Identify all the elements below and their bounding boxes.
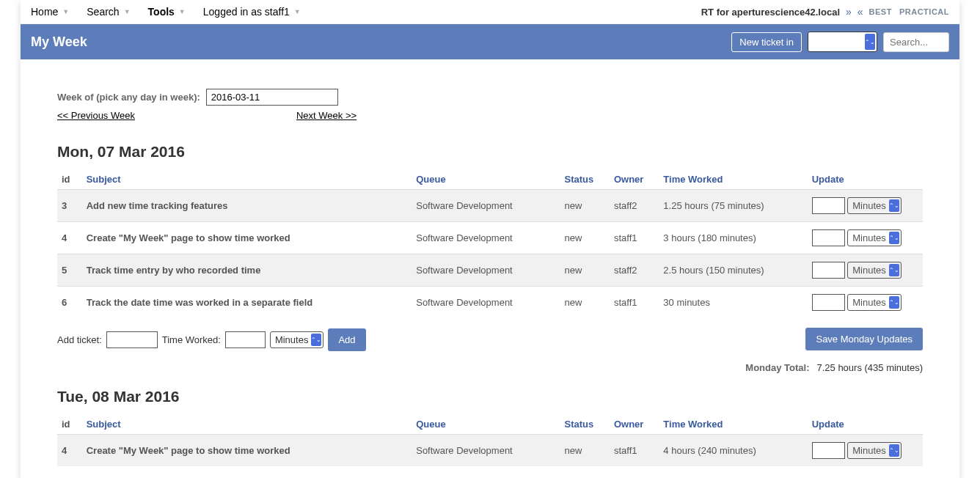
update-unit-select[interactable]: Minutes⌃⌄ bbox=[847, 294, 902, 311]
ticket-row: 6Track the date time was worked in a sep… bbox=[57, 287, 923, 319]
update-unit-select[interactable]: Minutes⌃⌄ bbox=[847, 262, 902, 279]
column-header-update[interactable]: Update bbox=[808, 168, 923, 190]
topbar-right: RT for aperturescience42.local » « BEST … bbox=[701, 6, 949, 18]
column-header-owner[interactable]: Owner bbox=[610, 168, 659, 190]
nav-tools[interactable]: Tools ▼ bbox=[148, 6, 186, 18]
add-button[interactable]: Add bbox=[328, 328, 365, 351]
next-week-link[interactable]: Next Week >> bbox=[296, 110, 356, 121]
ticket-update-cell: Minutes⌃⌄ bbox=[808, 287, 923, 319]
ticket-queue: Software Development bbox=[412, 435, 560, 467]
ticket-id[interactable]: 5 bbox=[57, 254, 82, 287]
ticket-status: new bbox=[560, 435, 610, 467]
update-time-input[interactable] bbox=[812, 262, 845, 279]
ticket-id[interactable]: 3 bbox=[57, 190, 82, 222]
day-header: Mon, 07 Mar 2016 bbox=[57, 143, 923, 161]
column-header-worked[interactable]: Time Worked bbox=[659, 168, 807, 190]
best-practical-logo-2: PRACTICAL bbox=[899, 7, 949, 16]
nav-search[interactable]: Search ▼ bbox=[87, 6, 130, 18]
ticket-time-worked: 3 hours (180 minutes) bbox=[659, 222, 807, 254]
nav-logged-in-label: Logged in as staff1 bbox=[203, 6, 290, 18]
add-ticket-input[interactable] bbox=[106, 331, 158, 348]
select-caret-icon: ⌃⌄ bbox=[865, 34, 875, 50]
ticket-id[interactable]: 6 bbox=[57, 287, 82, 319]
ticket-id[interactable]: 4 bbox=[57, 222, 82, 254]
ticket-row: 5Track time entry by who recorded timeSo… bbox=[57, 254, 923, 287]
week-picker-label: Week of (pick any day in week): bbox=[57, 92, 200, 103]
chevron-down-icon: ▼ bbox=[124, 8, 131, 15]
ticket-row: 4Create "My Week" page to show time work… bbox=[57, 222, 923, 254]
ticket-time-worked: 30 minutes bbox=[659, 287, 807, 319]
ticket-subject[interactable]: Track time entry by who recorded time bbox=[82, 254, 412, 287]
update-unit-select[interactable]: Minutes⌃⌄ bbox=[847, 229, 902, 246]
chevron-down-icon: ▼ bbox=[179, 8, 186, 15]
content: Week of (pick any day in week): << Previ… bbox=[21, 59, 959, 478]
day-total-label: Monday Total: bbox=[745, 362, 809, 373]
ticket-queue: Software Development bbox=[412, 287, 560, 319]
ticket-table: idSubjectQueueStatusOwnerTime WorkedUpda… bbox=[57, 413, 923, 466]
ticket-status: new bbox=[560, 287, 610, 319]
ticket-update-cell: Minutes⌃⌄ bbox=[808, 435, 923, 467]
day-header: Tue, 08 Mar 2016 bbox=[57, 388, 923, 405]
ticket-owner: staff2 bbox=[610, 254, 659, 287]
topnav: Home ▼ Search ▼ Tools ▼ Logged in as sta… bbox=[31, 6, 301, 18]
column-header-queue[interactable]: Queue bbox=[412, 168, 560, 190]
previous-week-link[interactable]: << Previous Week bbox=[57, 110, 135, 121]
week-date-input[interactable] bbox=[206, 89, 338, 106]
nav-logged-in[interactable]: Logged in as staff1 ▼ bbox=[203, 6, 301, 18]
column-header-id[interactable]: id bbox=[57, 413, 82, 435]
update-time-input[interactable] bbox=[812, 197, 845, 214]
column-header-worked[interactable]: Time Worked bbox=[659, 413, 807, 435]
titlebar-actions: New ticket in Software De ⌃⌄ bbox=[731, 32, 949, 52]
ticket-queue: Software Development bbox=[412, 254, 560, 287]
column-header-status[interactable]: Status bbox=[560, 168, 610, 190]
ticket-status: new bbox=[560, 190, 610, 222]
update-time-input[interactable] bbox=[812, 229, 845, 246]
save-updates-button[interactable]: Save Monday Updates bbox=[805, 328, 923, 350]
ticket-row: 3Add new time tracking featuresSoftware … bbox=[57, 190, 923, 222]
nav-search-label: Search bbox=[87, 6, 119, 18]
nav-tools-label: Tools bbox=[148, 6, 175, 18]
ticket-queue: Software Development bbox=[412, 222, 560, 254]
select-caret-icon: ⌃⌄ bbox=[889, 296, 899, 309]
nav-home[interactable]: Home ▼ bbox=[31, 6, 69, 18]
ticket-id[interactable]: 4 bbox=[57, 435, 82, 467]
ticket-subject[interactable]: Create "My Week" page to show time worke… bbox=[82, 435, 412, 467]
expand-left-icon[interactable]: « bbox=[858, 6, 863, 18]
column-header-owner[interactable]: Owner bbox=[610, 413, 659, 435]
add-time-worked-input[interactable] bbox=[225, 331, 266, 348]
column-header-id[interactable]: id bbox=[57, 168, 82, 190]
queue-select[interactable]: Software De ⌃⌄ bbox=[808, 32, 877, 52]
chevron-down-icon: ▼ bbox=[62, 8, 69, 15]
ticket-update-cell: Minutes⌃⌄ bbox=[808, 190, 923, 222]
select-caret-icon: ⌃⌄ bbox=[311, 334, 321, 346]
add-ticket-label: Add ticket: bbox=[57, 334, 102, 345]
new-ticket-button[interactable]: New ticket in bbox=[731, 32, 802, 52]
add-unit-select[interactable]: Minutes⌃⌄ bbox=[270, 331, 324, 348]
titlebar: My Week New ticket in Software De ⌃⌄ bbox=[21, 24, 959, 59]
update-unit-select[interactable]: Minutes⌃⌄ bbox=[847, 442, 902, 459]
ticket-update-cell: Minutes⌃⌄ bbox=[808, 254, 923, 287]
column-header-status[interactable]: Status bbox=[560, 413, 610, 435]
update-unit-select[interactable]: Minutes⌃⌄ bbox=[847, 197, 902, 214]
select-caret-icon: ⌃⌄ bbox=[889, 232, 899, 244]
select-caret-icon: ⌃⌄ bbox=[889, 444, 899, 457]
ticket-subject[interactable]: Add new time tracking features bbox=[82, 190, 412, 222]
update-time-input[interactable] bbox=[812, 442, 845, 459]
ticket-table: idSubjectQueueStatusOwnerTime WorkedUpda… bbox=[57, 168, 923, 318]
update-time-input[interactable] bbox=[812, 294, 845, 311]
queue-select-value: Software De bbox=[813, 35, 860, 46]
ticket-owner: staff1 bbox=[610, 287, 659, 319]
ticket-subject[interactable]: Create "My Week" page to show time worke… bbox=[82, 222, 412, 254]
topbar: Home ▼ Search ▼ Tools ▼ Logged in as sta… bbox=[21, 0, 959, 24]
search-input[interactable] bbox=[883, 32, 949, 52]
column-header-subject[interactable]: Subject bbox=[82, 413, 412, 435]
column-header-update[interactable]: Update bbox=[808, 413, 923, 435]
select-caret-icon: ⌃⌄ bbox=[889, 264, 899, 276]
ticket-status: new bbox=[560, 254, 610, 287]
ticket-subject[interactable]: Track the date time was worked in a sepa… bbox=[82, 287, 412, 319]
column-header-queue[interactable]: Queue bbox=[412, 413, 560, 435]
expand-right-icon[interactable]: » bbox=[846, 6, 852, 18]
ticket-time-worked: 1.25 hours (75 minutes) bbox=[659, 190, 807, 222]
column-header-subject[interactable]: Subject bbox=[82, 168, 412, 190]
week-picker: Week of (pick any day in week): bbox=[57, 89, 923, 106]
